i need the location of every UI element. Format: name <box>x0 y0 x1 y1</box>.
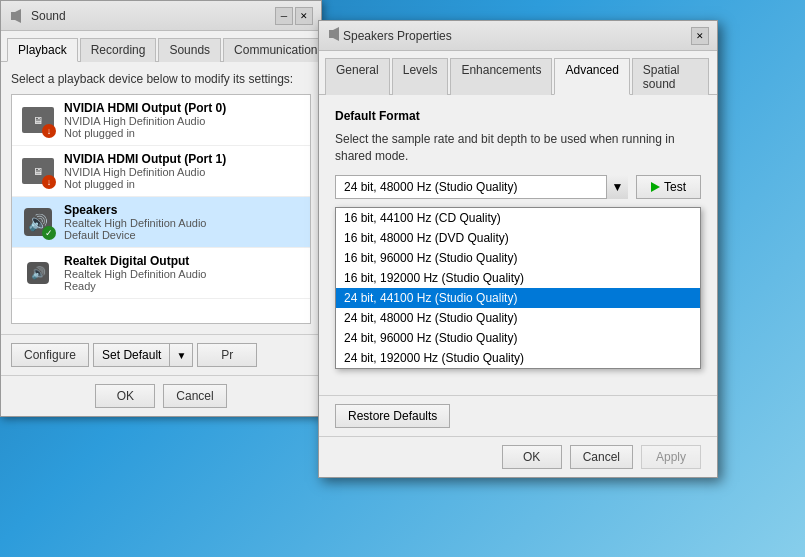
speakers-content: Default Format Select the sample rate an… <box>319 95 717 395</box>
sound-titlebar: Sound ─ ✕ <box>1 1 321 31</box>
device-status-0: Not plugged in <box>64 127 302 139</box>
device-info-1: NVIDIA HDMI Output (Port 1) NVIDIA High … <box>64 152 302 190</box>
format-dropdown: 16 bit, 44100 Hz (CD Quality) 16 bit, 48… <box>335 207 701 369</box>
device-status-1: Not plugged in <box>64 178 302 190</box>
format-row: 24 bit, 48000 Hz (Studio Quality) ▼ Test <box>335 175 701 199</box>
sound-content: Select a playback device below to modify… <box>1 62 321 334</box>
tab-enhancements[interactable]: Enhancements <box>450 58 552 95</box>
set-default-button[interactable]: Set Default <box>93 343 170 367</box>
dropdown-item-1[interactable]: 16 bit, 48000 Hz (DVD Quality) <box>336 228 700 248</box>
device-driver-3: Realtek High Definition Audio <box>64 268 302 280</box>
tab-general[interactable]: General <box>325 58 390 95</box>
sound-tab-bar: Playback Recording Sounds Communications <box>1 31 321 62</box>
sound-ok-cancel: OK Cancel <box>1 375 321 416</box>
format-select-display[interactable]: 24 bit, 48000 Hz (Studio Quality) <box>335 175 628 199</box>
device-item-selected[interactable]: 🔊 ✓ Speakers Realtek High Definition Aud… <box>12 197 310 248</box>
sound-window-controls: ─ ✕ <box>275 7 313 25</box>
test-button-label: Test <box>664 180 686 194</box>
set-default-split: Set Default ▼ <box>93 343 193 367</box>
speakers-title-text: Speakers Properties <box>343 29 691 43</box>
minimize-button[interactable]: ─ <box>275 7 293 25</box>
svg-rect-0 <box>11 12 15 20</box>
speakers-apply-button[interactable]: Apply <box>641 445 701 469</box>
sound-footer: Configure Set Default ▼ Pr <box>1 334 321 375</box>
device-name-3: Realtek Digital Output <box>64 254 302 268</box>
speakers-title-icon <box>327 26 343 45</box>
tab-sounds[interactable]: Sounds <box>158 38 221 62</box>
device-info-2: Speakers Realtek High Definition Audio D… <box>64 203 302 241</box>
sound-window: Sound ─ ✕ Playback Recording Sounds Comm… <box>0 0 322 417</box>
device-name-2: Speakers <box>64 203 302 217</box>
device-status-2: Default Device <box>64 229 302 241</box>
device-icon-1: 🖥 ↓ <box>20 153 56 189</box>
speakers-ok-cancel: OK Cancel Apply <box>319 436 717 477</box>
speakers-titlebar: Speakers Properties ✕ <box>319 21 717 51</box>
sound-cancel-button[interactable]: Cancel <box>163 384 226 408</box>
speakers-tab-bar: General Levels Enhancements Advanced Spa… <box>319 51 717 95</box>
section-label: Select a playback device below to modify… <box>11 72 311 86</box>
down-arrow-icon: ↓ <box>42 124 56 138</box>
properties-button[interactable]: Pr <box>197 343 257 367</box>
set-default-dropdown-button[interactable]: ▼ <box>170 343 193 367</box>
speaker-small-icon: 🔊 <box>27 262 49 284</box>
dropdown-item-2[interactable]: 16 bit, 96000 Hz (Studio Quality) <box>336 248 700 268</box>
device-item[interactable]: 🖥 ↓ NVIDIA HDMI Output (Port 0) NVIDIA H… <box>12 95 310 146</box>
svg-marker-3 <box>333 27 339 41</box>
tab-advanced[interactable]: Advanced <box>554 58 629 95</box>
restore-defaults-button[interactable]: Restore Defaults <box>335 404 450 428</box>
device-driver-2: Realtek High Definition Audio <box>64 217 302 229</box>
device-name-0: NVIDIA HDMI Output (Port 0) <box>64 101 302 115</box>
device-name-1: NVIDIA HDMI Output (Port 1) <box>64 152 302 166</box>
device-driver-1: NVIDIA High Definition Audio <box>64 166 302 178</box>
device-icon-2: 🔊 ✓ <box>20 204 56 240</box>
speakers-ok-button[interactable]: OK <box>502 445 562 469</box>
default-format-description: Select the sample rate and bit depth to … <box>335 131 701 165</box>
configure-button[interactable]: Configure <box>11 343 89 367</box>
tab-levels[interactable]: Levels <box>392 58 449 95</box>
sound-title: Sound <box>31 9 275 23</box>
speakers-close-button[interactable]: ✕ <box>691 27 709 45</box>
device-list: 🖥 ↓ NVIDIA HDMI Output (Port 0) NVIDIA H… <box>11 94 311 324</box>
device-item[interactable]: 🖥 ↓ NVIDIA HDMI Output (Port 1) NVIDIA H… <box>12 146 310 197</box>
device-info-0: NVIDIA HDMI Output (Port 0) NVIDIA High … <box>64 101 302 139</box>
default-format-title: Default Format <box>335 109 701 123</box>
format-select-wrapper: 24 bit, 48000 Hz (Studio Quality) ▼ <box>335 175 628 199</box>
device-info-3: Realtek Digital Output Realtek High Defi… <box>64 254 302 292</box>
sound-title-icon <box>9 8 25 24</box>
speakers-window: Speakers Properties ✕ General Levels Enh… <box>318 20 718 478</box>
test-button[interactable]: Test <box>636 175 701 199</box>
dropdown-item-7[interactable]: 24 bit, 192000 Hz (Studio Quality) <box>336 348 700 368</box>
dropdown-item-4[interactable]: 24 bit, 44100 Hz (Studio Quality) <box>336 288 700 308</box>
speakers-window-controls: ✕ <box>691 27 709 45</box>
device-icon-0: 🖥 ↓ <box>20 102 56 138</box>
speakers-cancel-button[interactable]: Cancel <box>570 445 633 469</box>
svg-marker-1 <box>15 9 21 23</box>
footer-left-buttons: Configure Set Default ▼ Pr <box>11 343 257 367</box>
tab-recording[interactable]: Recording <box>80 38 157 62</box>
dropdown-item-6[interactable]: 24 bit, 96000 Hz (Studio Quality) <box>336 328 700 348</box>
play-icon <box>651 182 660 192</box>
device-driver-0: NVIDIA High Definition Audio <box>64 115 302 127</box>
check-badge-icon: ✓ <box>42 226 56 240</box>
tab-spatial-sound[interactable]: Spatial sound <box>632 58 709 95</box>
tab-playback[interactable]: Playback <box>7 38 78 62</box>
dropdown-item-0[interactable]: 16 bit, 44100 Hz (CD Quality) <box>336 208 700 228</box>
svg-rect-2 <box>329 30 333 38</box>
down-arrow-icon: ↓ <box>42 175 56 189</box>
speakers-footer: Restore Defaults <box>319 395 717 436</box>
sound-ok-button[interactable]: OK <box>95 384 155 408</box>
device-icon-3: 🔊 <box>20 255 56 291</box>
device-status-3: Ready <box>64 280 302 292</box>
device-item[interactable]: 🔊 Realtek Digital Output Realtek High De… <box>12 248 310 299</box>
close-button[interactable]: ✕ <box>295 7 313 25</box>
dropdown-item-3[interactable]: 16 bit, 192000 Hz (Studio Quality) <box>336 268 700 288</box>
dropdown-item-5[interactable]: 24 bit, 48000 Hz (Studio Quality) <box>336 308 700 328</box>
